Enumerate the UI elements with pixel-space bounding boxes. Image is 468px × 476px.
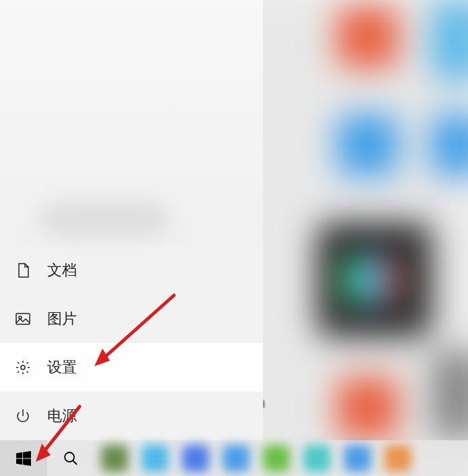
taskbar-app[interactable]: [378, 440, 418, 476]
power-icon: [15, 408, 31, 424]
app-icon: [142, 445, 169, 472]
svg-point-3: [65, 452, 74, 462]
documents-menu-item[interactable]: 文档: [0, 246, 263, 295]
menu-item-label: 文档: [47, 260, 77, 280]
image-icon: [15, 311, 31, 327]
svg-rect-0: [16, 314, 30, 324]
start-button[interactable]: [0, 440, 47, 476]
bg-tile: [432, 0, 468, 81]
menu-item-label: 图片: [47, 309, 77, 329]
svg-point-2: [21, 365, 25, 369]
taskbar-app[interactable]: [94, 440, 135, 476]
gear-icon: [15, 359, 31, 376]
user-account-area[interactable]: [40, 202, 169, 236]
bg-tile: [337, 115, 398, 175]
app-icon: [182, 445, 209, 472]
svg-line-4: [73, 460, 77, 465]
start-menu: 文档 图片 设置 电源: [0, 0, 263, 440]
taskbar-app[interactable]: [256, 440, 297, 476]
app-icon: [263, 445, 290, 472]
app-icon: [101, 445, 128, 472]
pictures-menu-item[interactable]: 图片: [0, 295, 263, 343]
bg-tile: [337, 7, 398, 67]
taskbar-app[interactable]: [337, 440, 378, 476]
taskbar-app[interactable]: [216, 440, 256, 476]
app-icon: [344, 445, 371, 472]
start-menu-upper: [0, 0, 263, 246]
bg-tile: [344, 256, 398, 303]
settings-menu-item[interactable]: 设置: [0, 343, 263, 392]
windows-icon: [16, 451, 31, 466]
taskbar: [0, 440, 468, 476]
menu-item-label: 设置: [47, 357, 77, 378]
app-icon: [223, 445, 250, 472]
search-button[interactable]: [47, 440, 94, 476]
search-icon: [63, 450, 79, 467]
taskbar-app[interactable]: [135, 440, 175, 476]
start-menu-items: 文档 图片 设置 电源: [0, 246, 263, 440]
taskbar-app[interactable]: [297, 440, 337, 476]
bg-tile: [432, 351, 468, 438]
taskbar-app[interactable]: [175, 440, 216, 476]
bg-tile: [432, 115, 468, 175]
power-menu-item[interactable]: 电源: [0, 392, 263, 440]
bg-tile: [337, 378, 398, 438]
app-icon: [384, 445, 411, 472]
app-icon: [303, 445, 330, 472]
menu-item-label: 电源: [47, 406, 77, 426]
document-icon: [15, 262, 31, 278]
